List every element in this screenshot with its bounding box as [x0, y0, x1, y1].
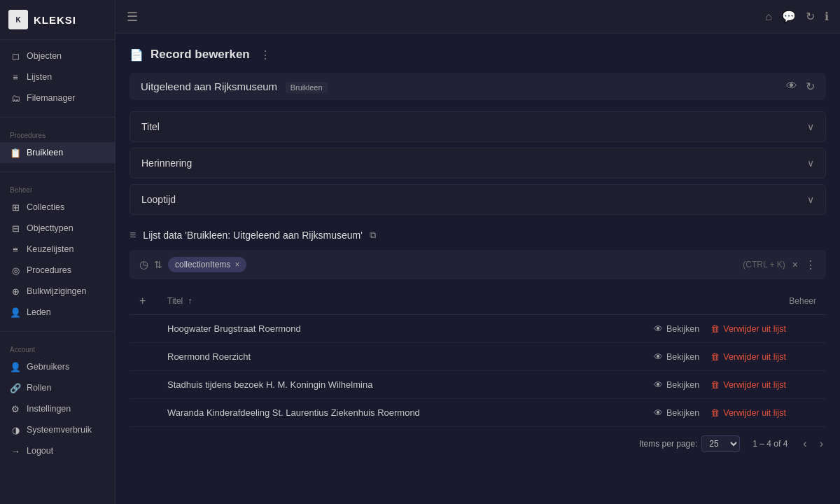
view-button[interactable]: 👁 Bekijken	[654, 408, 699, 418]
row-beheer: 👁 Bekijken 🗑 Verwijder uit lijst	[644, 315, 826, 343]
chevron-down-icon-looptijd: ∨	[807, 194, 814, 205]
sort-icon-titel: ↑	[188, 296, 192, 306]
sidebar-item-collecties[interactable]: ⊞ Collecties	[0, 197, 115, 218]
record-subtitle-left: Uitgeleend aan Rijksmuseum Bruikleen	[141, 80, 328, 92]
record-menu-button[interactable]: ⋮	[260, 48, 271, 62]
view-label: Bekijken	[666, 352, 699, 362]
sidebar-item-leden[interactable]: 👤 Leden	[0, 302, 115, 323]
sidebar-section-label-procedures: Procedures	[0, 126, 115, 142]
accordion-header-looptijd[interactable]: Looptijd ∨	[130, 185, 825, 214]
sidebar-label-objecttypen: Objecttypen	[27, 223, 74, 233]
main-content: ☰ ⌂ 💬 ↻ ℹ 📄 Record bewerken ⋮ Uitgeleend…	[115, 0, 840, 504]
filter-more-button[interactable]: ⋮	[805, 258, 816, 272]
trash-icon: 🗑	[710, 323, 720, 334]
filter-search-hint: (CTRL + K)	[743, 260, 785, 270]
table-head: + Titel ↑ Beheer	[130, 288, 826, 315]
row-titel: Waranda Kinderafdeeling St. Laurentius Z…	[158, 399, 644, 427]
sidebar-item-objecttypen[interactable]: ⊟ Objecttypen	[0, 218, 115, 239]
add-row-button[interactable]: +	[139, 295, 146, 307]
accordion-header-titel[interactable]: Titel ∨	[130, 112, 825, 141]
delete-from-list-button[interactable]: 🗑 Verwijder uit lijst	[710, 351, 786, 362]
topbar: ☰ ⌂ 💬 ↻ ℹ	[115, 0, 840, 34]
delete-label: Verwijder uit lijst	[723, 324, 786, 334]
trash-icon: 🗑	[710, 379, 720, 390]
copy-icon[interactable]: ⧉	[370, 230, 376, 241]
eye-icon: 👁	[654, 352, 663, 362]
list-data-header: ≡ Lijst data 'Bruikleen: Uitgeleend aan …	[130, 229, 826, 241]
topbar-left: ☰	[127, 9, 138, 24]
messages-icon[interactable]: 💬	[782, 10, 796, 23]
sidebar-label-leden: Leden	[27, 307, 51, 317]
filemanager-icon: 🗂	[10, 92, 21, 104]
list-data-icon: ≡	[130, 229, 136, 241]
subtitle-eye-icon[interactable]: 👁	[786, 80, 797, 93]
sidebar-item-systeemverbruik[interactable]: ◑ Systeemverbruik	[0, 419, 115, 440]
row-beheer: 👁 Bekijken 🗑 Verwijder uit lijst	[644, 399, 826, 427]
sidebar-label-gebruikers: Gebruikers	[27, 362, 69, 372]
sidebar-item-instellingen[interactable]: ⚙ Instellingen	[0, 398, 115, 419]
view-button[interactable]: 👁 Bekijken	[654, 352, 699, 362]
list-data-title: Lijst data 'Bruikleen: Uitgeleend aan Ri…	[143, 230, 363, 241]
sidebar-label-bruikleen: Bruikleen	[27, 148, 63, 158]
row-checkbox-cell	[130, 399, 158, 427]
systeemverbruik-icon: ◑	[10, 424, 21, 435]
chevron-down-icon-herinnering: ∨	[807, 158, 814, 169]
sidebar-label-systeemverbruik: Systeemverbruik	[27, 425, 92, 435]
bulkwijzigingen-icon: ⊕	[10, 286, 21, 297]
sidebar-item-rollen[interactable]: 🔗 Rollen	[0, 377, 115, 398]
sidebar-item-logout[interactable]: → Logout	[0, 440, 115, 461]
sidebar-divider-1	[0, 117, 115, 118]
pagination-next-button[interactable]: ›	[817, 436, 826, 451]
filter-tag-remove-button[interactable]: ×	[234, 260, 239, 270]
accordion-header-herinnering[interactable]: Herinnering ∨	[130, 148, 825, 178]
row-checkbox-cell	[130, 343, 158, 371]
sidebar-item-bulkwijzigingen[interactable]: ⊕ Bulkwijzigingen	[0, 281, 115, 302]
refresh-icon[interactable]: ↻	[806, 10, 815, 23]
trash-icon: 🗑	[710, 407, 720, 418]
sidebar-item-lijsten[interactable]: ≡ Lijsten	[0, 66, 115, 88]
sidebar-item-gebruikers[interactable]: 👤 Gebruikers	[0, 356, 115, 377]
filter-history-button[interactable]: ◷	[139, 258, 148, 271]
table-body: Hoogwater Brugstraat Roermond 👁 Bekijken…	[130, 315, 826, 427]
pagination-range: 1 – 4 of 4	[752, 439, 788, 449]
delete-from-list-button[interactable]: 🗑 Verwijder uit lijst	[710, 379, 786, 390]
delete-label: Verwijder uit lijst	[723, 380, 786, 390]
sidebar-item-bruikleen[interactable]: 📋 Bruikleen	[0, 142, 115, 163]
logo-name: KLEKSI	[34, 14, 76, 26]
sidebar-item-procedures[interactable]: ◎ Procedures	[0, 260, 115, 281]
per-page-select[interactable]: 25 50 100	[701, 435, 740, 452]
record-header: 📄 Record bewerken ⋮	[130, 48, 826, 62]
view-label: Bekijken	[666, 380, 699, 390]
sidebar-item-filemanager[interactable]: 🗂 Filemanager	[0, 88, 115, 108]
info-icon[interactable]: ℹ	[825, 10, 829, 23]
row-checkbox-cell	[130, 315, 158, 343]
th-label-titel: Titel	[167, 296, 183, 306]
th-titel[interactable]: Titel ↑	[158, 288, 644, 315]
accordion-herinnering: Herinnering ∨	[130, 148, 826, 178]
filter-sort-button[interactable]: ⇅	[154, 259, 162, 270]
pagination-prev-button[interactable]: ‹	[800, 436, 809, 451]
row-titel: Stadhuis tijdens bezoek H. M. Koningin W…	[158, 371, 644, 399]
sidebar: K KLEKSI ◻ Objecten ≡ Lijsten 🗂 Filemana…	[0, 0, 115, 504]
filter-bar-right: (CTRL + K) × ⋮	[743, 258, 816, 272]
sidebar-section-label-account: Account	[0, 340, 115, 356]
record-icon: 📄	[130, 48, 144, 62]
home-icon[interactable]: ⌂	[765, 10, 772, 23]
delete-label: Verwijder uit lijst	[723, 408, 786, 418]
sidebar-item-keuzelijsten[interactable]: ≡ Keuzelijsten	[0, 239, 115, 260]
objecttypen-icon: ⊟	[10, 223, 21, 234]
sidebar-label-procedures: Procedures	[27, 265, 71, 275]
table-header-row: + Titel ↑ Beheer	[130, 288, 826, 315]
logo-abbr: K	[15, 16, 20, 24]
lijsten-icon: ≡	[10, 71, 21, 83]
view-button[interactable]: 👁 Bekijken	[654, 380, 699, 390]
collecties-icon: ⊞	[10, 202, 21, 213]
view-button[interactable]: 👁 Bekijken	[654, 324, 699, 334]
delete-from-list-button[interactable]: 🗑 Verwijder uit lijst	[710, 323, 786, 334]
subtitle-refresh-icon[interactable]: ↻	[806, 80, 815, 93]
filter-close-button[interactable]: ×	[792, 259, 798, 270]
delete-from-list-button[interactable]: 🗑 Verwijder uit lijst	[710, 407, 786, 418]
menu-icon[interactable]: ☰	[127, 9, 138, 24]
sidebar-item-objecten[interactable]: ◻ Objecten	[0, 46, 115, 66]
row-beheer: 👁 Bekijken 🗑 Verwijder uit lijst	[644, 343, 826, 371]
